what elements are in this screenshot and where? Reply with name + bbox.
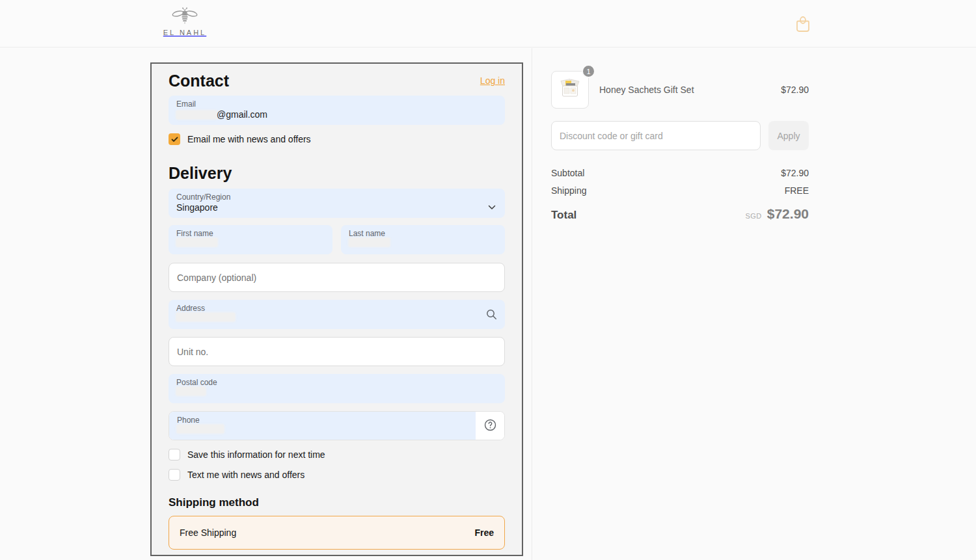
bee-icon xyxy=(170,7,200,27)
email-value-suffix: @gmail.com xyxy=(217,109,267,121)
save-info-row: Save this information for next time xyxy=(169,449,505,460)
product-thumbnail xyxy=(551,71,589,109)
search-icon xyxy=(486,309,497,323)
header: EL NAHL xyxy=(0,0,976,47)
country-select[interactable]: Country/Region Singapore xyxy=(169,189,505,218)
product-price: $72.90 xyxy=(781,85,809,95)
email-label: Email xyxy=(176,100,497,109)
redacted-first-name xyxy=(176,238,217,247)
save-info-checkbox[interactable] xyxy=(169,449,180,460)
total-value: $72.90 xyxy=(767,206,809,222)
text-me-label: Text me with news and offers xyxy=(187,470,305,480)
subtotal-label: Subtotal xyxy=(551,168,584,178)
company-input[interactable] xyxy=(169,263,505,292)
help-circle-icon xyxy=(484,419,496,433)
redacted-postal-code xyxy=(176,387,206,395)
shipping-method-title: Shipping method xyxy=(169,496,505,509)
apply-discount-button[interactable]: Apply xyxy=(768,121,809,150)
shipping-value: FREE xyxy=(785,185,809,196)
text-me-row: Text me with news and offers xyxy=(169,469,505,481)
phone-field[interactable]: Phone xyxy=(169,411,505,440)
redacted-last-name xyxy=(349,238,390,247)
postal-code-field[interactable]: Postal code xyxy=(169,374,505,403)
last-name-field[interactable]: Last name xyxy=(341,225,505,254)
country-label: Country/Region xyxy=(176,193,497,202)
shipping-option-price: Free xyxy=(474,527,494,538)
email-news-row: Email me with news and offers xyxy=(169,133,505,145)
phone-help-button[interactable] xyxy=(476,412,504,440)
unit-no-input[interactable] xyxy=(169,337,505,366)
phone-label: Phone xyxy=(177,416,468,425)
redacted-address xyxy=(176,313,235,321)
quantity-badge: 1 xyxy=(582,64,595,78)
store-logo[interactable]: EL NAHL xyxy=(165,7,204,36)
subtotal-value: $72.90 xyxy=(781,168,809,178)
shipping-option-name: Free Shipping xyxy=(180,527,236,538)
first-name-field[interactable]: First name xyxy=(169,225,332,254)
email-field[interactable]: Email @gmail.com xyxy=(169,96,505,125)
cart-line-item: 1 Honey Sachets Gift Set $72.90 xyxy=(551,71,809,109)
brand-name: EL NAHL xyxy=(163,29,206,36)
first-name-label: First name xyxy=(176,229,325,238)
order-summary: 1 Honey Sachets Gift Set $72.90 Apply Su… xyxy=(551,71,809,222)
postal-code-label: Postal code xyxy=(176,378,497,387)
address-field[interactable]: Address xyxy=(169,300,505,329)
shipping-label: Shipping xyxy=(551,185,587,196)
discount-code-input[interactable] xyxy=(551,121,761,150)
chevron-down-icon xyxy=(488,201,496,213)
country-value: Singapore xyxy=(176,202,497,214)
checkmark-icon xyxy=(171,134,178,144)
text-me-checkbox[interactable] xyxy=(169,469,180,481)
login-link[interactable]: Log in xyxy=(480,75,505,86)
address-label: Address xyxy=(176,304,497,313)
shipping-option-free[interactable]: Free Shipping Free xyxy=(169,516,505,550)
redacted-phone xyxy=(177,425,224,433)
cart-icon[interactable] xyxy=(794,16,811,34)
gift-box-image xyxy=(556,75,584,105)
last-name-label: Last name xyxy=(349,229,497,238)
currency-code: SGD xyxy=(745,212,761,220)
save-info-label: Save this information for next time xyxy=(187,449,325,460)
column-divider xyxy=(532,48,532,560)
delivery-title: Delivery xyxy=(169,164,505,182)
checkout-form-region: Contact Log in Email @gmail.com Email me… xyxy=(150,62,523,556)
email-news-label: Email me with news and offers xyxy=(187,134,311,144)
product-name: Honey Sachets Gift Set xyxy=(599,85,781,95)
totals-section: Subtotal $72.90 Shipping FREE Total SGD … xyxy=(551,168,809,222)
redacted-email-username xyxy=(176,111,217,119)
contact-title: Contact xyxy=(169,72,229,90)
email-news-checkbox[interactable] xyxy=(169,133,180,145)
total-label: Total xyxy=(551,209,576,222)
